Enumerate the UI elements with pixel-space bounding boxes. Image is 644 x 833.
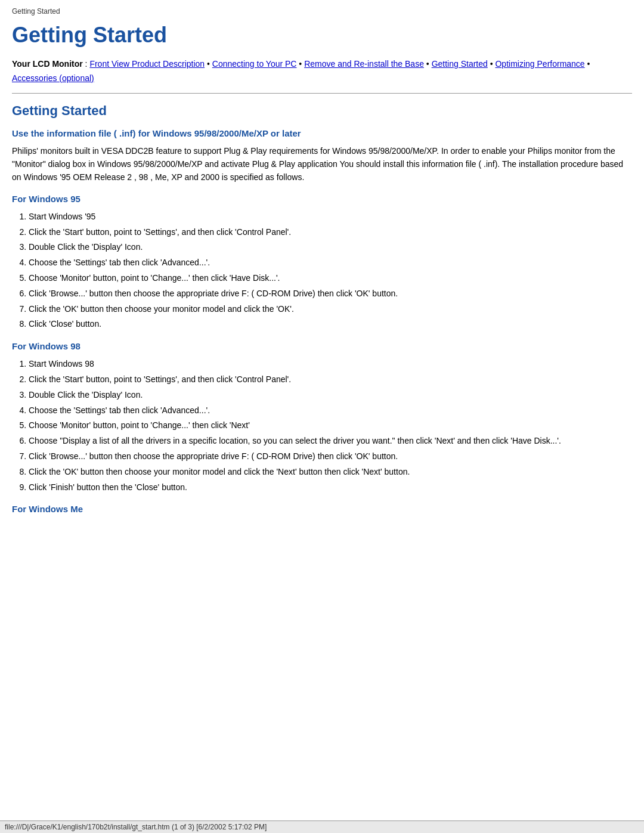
- nav-link-optimizing[interactable]: Optimizing Performance: [495, 59, 584, 69]
- list-item: Choose 'Monitor' button, point to 'Chang…: [29, 419, 632, 433]
- page-main-title: Getting Started: [12, 23, 632, 48]
- intro-paragraph: Philips' monitors built in VESA DDC2B fe…: [12, 144, 632, 184]
- windows98-steps-list: Start Windows 98 Click the 'Start' butto…: [29, 357, 632, 494]
- windows98-section: For Windows 98 Start Windows 98 Click th…: [12, 341, 632, 494]
- list-item: Double Click the 'Display' Icon.: [29, 388, 632, 402]
- list-item: Choose the 'Settings' tab then click 'Ad…: [29, 404, 632, 418]
- nav-link-accessories[interactable]: Accessories (optional): [12, 73, 94, 83]
- windows95-steps-list: Start Windows '95 Click the 'Start' butt…: [29, 210, 632, 332]
- list-item: Double Click the 'Display' Icon.: [29, 240, 632, 255]
- nav-link-getting-started[interactable]: Getting Started: [432, 59, 488, 69]
- list-item: Start Windows 98: [29, 357, 632, 371]
- nav-link-front-view[interactable]: Front View Product Description: [89, 59, 205, 69]
- list-item: Choose 'Monitor' button, point to 'Chang…: [29, 271, 632, 286]
- browser-tab: Getting Started: [12, 6, 632, 17]
- list-item: Choose the 'Settings' tab then click 'Ad…: [29, 256, 632, 270]
- windows95-heading: For Windows 95: [12, 194, 632, 204]
- list-item: Click 'Finish' button then the 'Close' b…: [29, 481, 632, 495]
- subsection-heading: Use the information file ( .inf) for Win…: [12, 128, 632, 138]
- section-divider: [12, 93, 632, 94]
- list-item: Click 'Browse...' button then choose the…: [29, 287, 632, 301]
- list-item: Choose "Display a list of all the driver…: [29, 434, 632, 448]
- list-item: Click the 'Start' button, point to 'Sett…: [29, 373, 632, 387]
- windows-me-section: For Windows Me: [12, 504, 632, 514]
- nav-link-remove-reinstall[interactable]: Remove and Re-install the Base: [304, 59, 424, 69]
- nav-prefix-colon: :: [83, 59, 90, 69]
- windows95-section: For Windows 95 Start Windows '95 Click t…: [12, 194, 632, 332]
- windows98-heading: For Windows 98: [12, 341, 632, 351]
- windows-me-heading: For Windows Me: [12, 504, 632, 514]
- list-item: Click the 'OK' button then choose your m…: [29, 465, 632, 479]
- section-heading: Getting Started: [12, 103, 632, 119]
- list-item: Click the 'OK' button then choose your m…: [29, 302, 632, 317]
- list-item: Click 'Close' button.: [29, 317, 632, 332]
- nav-link-connecting[interactable]: Connecting to Your PC: [212, 59, 297, 69]
- list-item: Click the 'Start' button, point to 'Sett…: [29, 225, 632, 240]
- list-item: Click 'Browse...' button then choose the…: [29, 450, 632, 464]
- nav-prefix-bold: Your LCD Monitor: [12, 59, 83, 69]
- list-item: Start Windows '95: [29, 210, 632, 224]
- nav-links-section: Your LCD Monitor : Front View Product De…: [12, 57, 632, 86]
